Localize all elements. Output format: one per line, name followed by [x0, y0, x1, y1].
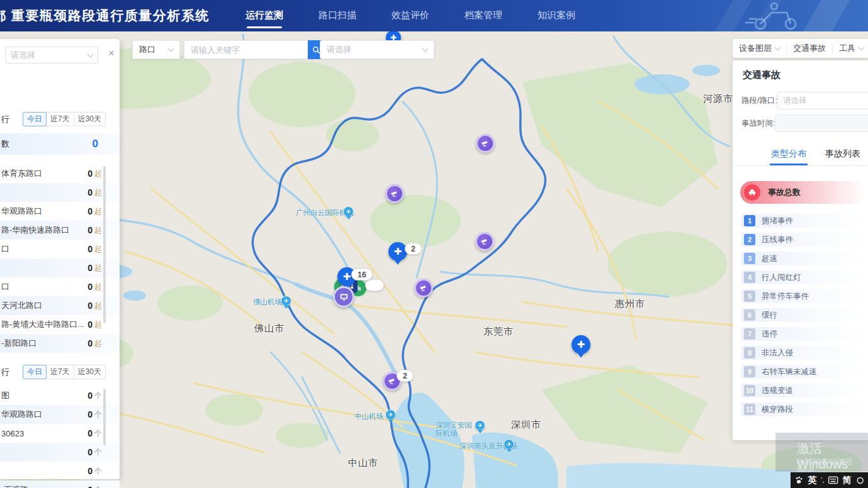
rank-badge: 9	[744, 366, 755, 377]
ime-language-toggle[interactable]: 英	[808, 475, 816, 486]
accident-type-row[interactable]: 1拥堵事件	[741, 214, 861, 228]
close-icon[interactable]: ×	[108, 48, 115, 58]
list-item[interactable]: 0个	[0, 443, 120, 462]
list-item[interactable]: 图0个	[0, 386, 120, 405]
list-item[interactable]: 0个	[0, 462, 120, 480]
list-item[interactable]: 口0起	[0, 277, 120, 296]
airport-pin-baiyun[interactable]: ✈	[343, 206, 354, 217]
rank-badge: 5	[744, 291, 755, 302]
camera-marker[interactable]	[385, 184, 404, 203]
nav-item-evaluation[interactable]: 效益评价	[386, 0, 434, 31]
display-marker[interactable]	[333, 286, 354, 308]
nav-item-scan[interactable]: 路口扫描	[313, 0, 361, 31]
row-unit: 个	[94, 391, 102, 401]
accident-type-row[interactable]: 8非法入侵	[741, 346, 861, 360]
accident-type-row[interactable]: 6缓行	[741, 308, 861, 322]
area-select-placeholder: 请选择	[327, 44, 351, 55]
row-label: 天河北路口	[1, 300, 87, 311]
device-layers-dropdown[interactable]: 设备图层	[733, 43, 786, 53]
accident-time-input[interactable]	[775, 114, 868, 132]
airport-pin-baoan[interactable]: ✈	[475, 420, 485, 431]
road-select-row: 路段/路口:	[741, 92, 861, 109]
cctv-camera-icon	[419, 284, 429, 293]
cluster-count-badge[interactable]: 2	[405, 243, 422, 255]
nav-item-cases[interactable]: 知识案例	[533, 0, 580, 31]
accident-type-row[interactable]: 11横穿路段	[741, 402, 861, 416]
accident-total-pill[interactable]: 事故总数	[740, 181, 866, 204]
range-today-button[interactable]: 今日	[23, 112, 47, 126]
junction-pin-marker[interactable]: ✚	[388, 242, 407, 261]
accident-type-row[interactable]: 9右转车辆未减速	[741, 365, 861, 379]
ime-menu-icon[interactable]	[856, 476, 864, 485]
camera-marker[interactable]	[476, 134, 495, 153]
left-filter-select[interactable]: 请选择	[5, 47, 98, 64]
list-item[interactable]: 天河北路口0起	[0, 296, 120, 315]
search-category-select[interactable]: 路口	[132, 40, 180, 59]
area-select[interactable]: 请选择	[320, 40, 434, 59]
airport-pin-foshan[interactable]: ✈	[281, 296, 291, 306]
airport-pin-zhongshan[interactable]: ✈	[385, 409, 396, 420]
section1-header: 行 今日 近7天 近30天	[0, 112, 120, 126]
scrollbar-thumb[interactable]	[103, 389, 106, 445]
list-item[interactable]: 华观路路口0起	[0, 202, 120, 221]
list-item[interactable]: 口0起	[0, 240, 120, 258]
cluster-pill-empty[interactable]	[365, 279, 384, 291]
list-item[interactable]: -下渡路0个	[0, 480, 120, 488]
range-7d-button[interactable]: 近7天	[46, 112, 74, 126]
list-item[interactable]: 路-黄埔大道中路路口...0起	[0, 315, 120, 334]
chevron-down-icon	[168, 46, 174, 52]
list-item[interactable]: 路-华南快速路路口0起	[0, 221, 120, 240]
cluster-count-badge[interactable]: 16	[351, 269, 373, 280]
city-label-heyuan: 河源市	[703, 93, 733, 105]
range-30d-button[interactable]: 近30天	[74, 365, 106, 379]
ime-logo-icon[interactable]	[794, 475, 803, 485]
accident-type-row[interactable]: 4行人闯红灯	[741, 270, 861, 284]
list-item[interactable]: 体育东路口0起	[0, 164, 120, 183]
chevron-down-icon	[775, 45, 781, 51]
junction-pin-marker[interactable]: ✚	[572, 335, 590, 354]
tab-accident-list[interactable]: 事故列表	[824, 143, 862, 165]
keyword-input[interactable]	[184, 40, 308, 59]
range-today-button[interactable]: 今日	[23, 365, 47, 379]
tab-type-distribution[interactable]: 类型分布	[770, 143, 808, 165]
list-item[interactable]: 0起	[0, 183, 120, 202]
accident-type-row[interactable]: 3超速	[741, 252, 861, 265]
junction-cross-icon: ✚	[394, 246, 402, 257]
accident-type-row[interactable]: 2压线事件	[741, 233, 861, 247]
camera-marker[interactable]	[475, 232, 494, 251]
accident-type-row[interactable]: 7违停	[741, 327, 861, 341]
list-item[interactable]: 0起	[0, 258, 120, 277]
range-7d-button[interactable]: 近7天	[46, 365, 74, 379]
list-item[interactable]: 306230个	[0, 424, 120, 443]
ime-simplified-toggle[interactable]: 简	[843, 475, 852, 486]
keyboard-icon[interactable]	[828, 476, 838, 484]
row-unit: 起	[94, 244, 102, 255]
monitor-icon	[339, 292, 349, 302]
accident-type-row[interactable]: 10违规变道	[741, 384, 861, 397]
list-item[interactable]: -新阳路口0起	[0, 334, 120, 353]
row-unit: 起	[94, 225, 102, 236]
row-unit: 起	[94, 187, 102, 198]
airport-pin-nantou[interactable]: ✈	[504, 439, 514, 450]
tools-dropdown[interactable]: 工具	[832, 43, 868, 53]
nav-item-archives[interactable]: 档案管理	[459, 0, 507, 31]
rank-badge: 6	[744, 309, 755, 321]
list-item[interactable]: 华观路路口0个	[0, 405, 120, 424]
search-category-value: 路口	[139, 44, 155, 55]
row-label: 华观路路口	[1, 206, 87, 217]
accident-type-label: 右转车辆未减速	[762, 367, 817, 377]
scrollbar-thumb[interactable]	[103, 166, 106, 323]
camera-marker[interactable]	[414, 279, 433, 297]
accident-type-label: 压线事件	[762, 235, 793, 245]
plane-icon: ✈	[283, 297, 288, 304]
traffic-accident-tab[interactable]: 交通事故	[786, 43, 832, 53]
cluster-count-badge[interactable]: 2	[397, 370, 414, 382]
plane-icon: ✈	[388, 411, 393, 418]
nav-item-monitoring[interactable]: 运行监测	[240, 0, 288, 31]
accident-type-label: 非法入侵	[762, 348, 793, 358]
road-select-input[interactable]	[777, 92, 868, 109]
range-30d-button[interactable]: 近30天	[74, 112, 106, 126]
accident-type-row[interactable]: 5异常停车事件	[741, 289, 861, 303]
ime-punctuation-toggle[interactable]: ’,	[821, 477, 824, 484]
rank-badge: 4	[744, 272, 755, 283]
